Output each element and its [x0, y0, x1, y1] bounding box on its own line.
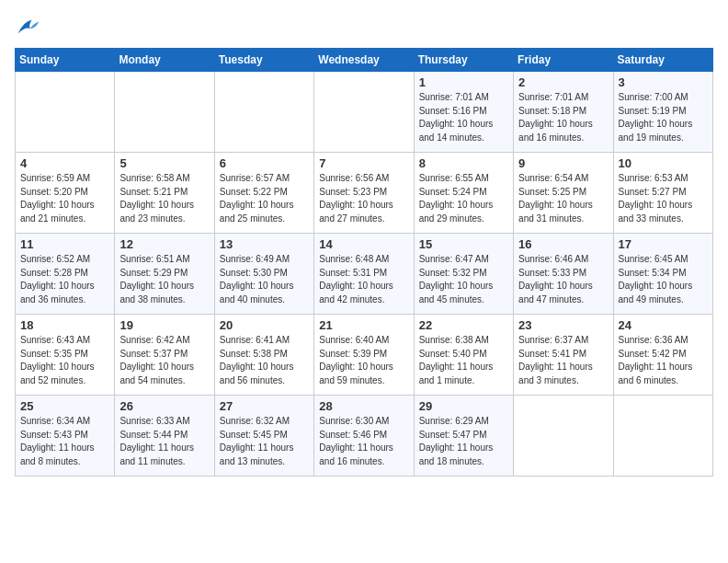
day-info: Sunrise: 6:49 AM Sunset: 5:30 PM Dayligh…	[220, 253, 309, 306]
day-info: Sunrise: 6:47 AM Sunset: 5:32 PM Dayligh…	[419, 253, 508, 306]
calendar-cell: 7Sunrise: 6:56 AM Sunset: 5:23 PM Daylig…	[314, 153, 414, 234]
calendar-cell: 25Sunrise: 6:34 AM Sunset: 5:43 PM Dayli…	[16, 396, 115, 477]
calendar-cell: 17Sunrise: 6:45 AM Sunset: 5:34 PM Dayli…	[613, 234, 712, 315]
day-number: 28	[319, 399, 408, 413]
day-info: Sunrise: 6:33 AM Sunset: 5:44 PM Dayligh…	[119, 415, 209, 468]
weekday-header: Thursday	[414, 49, 513, 72]
day-number: 17	[619, 237, 708, 251]
day-number: 14	[319, 237, 408, 251]
calendar-cell: 5Sunrise: 6:58 AM Sunset: 5:21 PM Daylig…	[115, 153, 214, 234]
weekday-header: Sunday	[16, 49, 115, 72]
day-number: 16	[518, 237, 608, 251]
day-number: 29	[419, 399, 508, 413]
calendar-cell	[314, 72, 414, 153]
day-number: 18	[20, 318, 109, 332]
weekday-header: Monday	[115, 49, 214, 72]
day-number: 8	[419, 156, 508, 170]
calendar-cell: 20Sunrise: 6:41 AM Sunset: 5:38 PM Dayli…	[214, 315, 313, 396]
day-number: 12	[119, 237, 209, 251]
day-info: Sunrise: 7:01 AM Sunset: 5:16 PM Dayligh…	[419, 91, 508, 144]
calendar-cell: 3Sunrise: 7:00 AM Sunset: 5:19 PM Daylig…	[613, 72, 712, 153]
calendar-cell	[16, 72, 115, 153]
day-number: 7	[319, 156, 408, 170]
weekday-header: Friday	[514, 49, 613, 72]
calendar-cell: 24Sunrise: 6:36 AM Sunset: 5:42 PM Dayli…	[613, 315, 712, 396]
day-number: 10	[619, 156, 708, 170]
day-info: Sunrise: 6:48 AM Sunset: 5:31 PM Dayligh…	[319, 253, 408, 306]
day-number: 9	[518, 156, 608, 170]
calendar-cell	[514, 396, 613, 477]
day-number: 6	[220, 156, 309, 170]
weekday-header: Tuesday	[214, 49, 313, 72]
logo	[15, 15, 44, 40]
day-info: Sunrise: 6:52 AM Sunset: 5:28 PM Dayligh…	[20, 253, 109, 306]
calendar-cell: 26Sunrise: 6:33 AM Sunset: 5:44 PM Dayli…	[115, 396, 214, 477]
day-info: Sunrise: 6:34 AM Sunset: 5:43 PM Dayligh…	[20, 415, 109, 468]
day-info: Sunrise: 6:42 AM Sunset: 5:37 PM Dayligh…	[119, 334, 209, 387]
day-number: 4	[20, 156, 109, 170]
day-number: 24	[619, 318, 708, 332]
calendar-cell: 13Sunrise: 6:49 AM Sunset: 5:30 PM Dayli…	[214, 234, 313, 315]
calendar-cell: 10Sunrise: 6:53 AM Sunset: 5:27 PM Dayli…	[613, 153, 712, 234]
calendar-cell: 21Sunrise: 6:40 AM Sunset: 5:39 PM Dayli…	[314, 315, 414, 396]
day-info: Sunrise: 6:46 AM Sunset: 5:33 PM Dayligh…	[518, 253, 608, 306]
calendar-cell: 15Sunrise: 6:47 AM Sunset: 5:32 PM Dayli…	[414, 234, 513, 315]
day-info: Sunrise: 6:59 AM Sunset: 5:20 PM Dayligh…	[20, 172, 109, 225]
calendar-cell: 8Sunrise: 6:55 AM Sunset: 5:24 PM Daylig…	[414, 153, 513, 234]
day-info: Sunrise: 6:43 AM Sunset: 5:35 PM Dayligh…	[20, 334, 109, 387]
calendar-cell: 16Sunrise: 6:46 AM Sunset: 5:33 PM Dayli…	[514, 234, 613, 315]
day-info: Sunrise: 6:56 AM Sunset: 5:23 PM Dayligh…	[319, 172, 408, 225]
calendar-cell: 22Sunrise: 6:38 AM Sunset: 5:40 PM Dayli…	[414, 315, 513, 396]
calendar-cell: 29Sunrise: 6:29 AM Sunset: 5:47 PM Dayli…	[414, 396, 513, 477]
calendar-cell	[214, 72, 313, 153]
day-number: 2	[518, 75, 608, 89]
calendar-table: SundayMondayTuesdayWednesdayThursdayFrid…	[15, 48, 713, 477]
day-info: Sunrise: 6:36 AM Sunset: 5:42 PM Dayligh…	[619, 334, 708, 387]
day-number: 22	[419, 318, 508, 332]
weekday-header: Wednesday	[314, 49, 414, 72]
calendar-cell	[115, 72, 214, 153]
day-info: Sunrise: 6:53 AM Sunset: 5:27 PM Dayligh…	[619, 172, 708, 225]
day-info: Sunrise: 6:58 AM Sunset: 5:21 PM Dayligh…	[119, 172, 209, 225]
calendar-cell: 19Sunrise: 6:42 AM Sunset: 5:37 PM Dayli…	[115, 315, 214, 396]
calendar-cell: 6Sunrise: 6:57 AM Sunset: 5:22 PM Daylig…	[214, 153, 313, 234]
day-number: 1	[419, 75, 508, 89]
day-info: Sunrise: 6:57 AM Sunset: 5:22 PM Dayligh…	[220, 172, 309, 225]
calendar-cell	[613, 396, 712, 477]
day-info: Sunrise: 6:41 AM Sunset: 5:38 PM Dayligh…	[220, 334, 309, 387]
day-number: 21	[319, 318, 408, 332]
calendar-cell: 9Sunrise: 6:54 AM Sunset: 5:25 PM Daylig…	[514, 153, 613, 234]
day-info: Sunrise: 7:01 AM Sunset: 5:18 PM Dayligh…	[518, 91, 608, 144]
calendar-cell: 2Sunrise: 7:01 AM Sunset: 5:18 PM Daylig…	[514, 72, 613, 153]
day-number: 19	[119, 318, 209, 332]
day-number: 26	[119, 399, 209, 413]
day-info: Sunrise: 6:30 AM Sunset: 5:46 PM Dayligh…	[319, 415, 408, 468]
day-info: Sunrise: 6:40 AM Sunset: 5:39 PM Dayligh…	[319, 334, 408, 387]
day-number: 5	[119, 156, 209, 170]
day-info: Sunrise: 6:54 AM Sunset: 5:25 PM Dayligh…	[518, 172, 608, 225]
day-info: Sunrise: 6:51 AM Sunset: 5:29 PM Dayligh…	[119, 253, 209, 306]
day-number: 20	[220, 318, 309, 332]
day-info: Sunrise: 6:29 AM Sunset: 5:47 PM Dayligh…	[419, 415, 508, 468]
calendar-cell: 23Sunrise: 6:37 AM Sunset: 5:41 PM Dayli…	[514, 315, 613, 396]
day-number: 27	[220, 399, 309, 413]
weekday-header: Saturday	[613, 49, 712, 72]
day-number: 15	[419, 237, 508, 251]
calendar-cell: 4Sunrise: 6:59 AM Sunset: 5:20 PM Daylig…	[16, 153, 115, 234]
day-info: Sunrise: 6:45 AM Sunset: 5:34 PM Dayligh…	[619, 253, 708, 306]
day-info: Sunrise: 6:37 AM Sunset: 5:41 PM Dayligh…	[518, 334, 608, 387]
calendar-cell: 1Sunrise: 7:01 AM Sunset: 5:16 PM Daylig…	[414, 72, 513, 153]
day-info: Sunrise: 7:00 AM Sunset: 5:19 PM Dayligh…	[619, 91, 708, 144]
day-number: 23	[518, 318, 608, 332]
day-number: 11	[20, 237, 109, 251]
calendar-cell: 14Sunrise: 6:48 AM Sunset: 5:31 PM Dayli…	[314, 234, 414, 315]
day-info: Sunrise: 6:38 AM Sunset: 5:40 PM Dayligh…	[419, 334, 508, 387]
calendar-cell: 28Sunrise: 6:30 AM Sunset: 5:46 PM Dayli…	[314, 396, 414, 477]
day-number: 3	[619, 75, 708, 89]
logo-icon	[15, 15, 40, 40]
day-number: 13	[220, 237, 309, 251]
day-info: Sunrise: 6:55 AM Sunset: 5:24 PM Dayligh…	[419, 172, 508, 225]
calendar-cell: 18Sunrise: 6:43 AM Sunset: 5:35 PM Dayli…	[16, 315, 115, 396]
page-header	[15, 15, 713, 40]
day-info: Sunrise: 6:32 AM Sunset: 5:45 PM Dayligh…	[220, 415, 309, 468]
